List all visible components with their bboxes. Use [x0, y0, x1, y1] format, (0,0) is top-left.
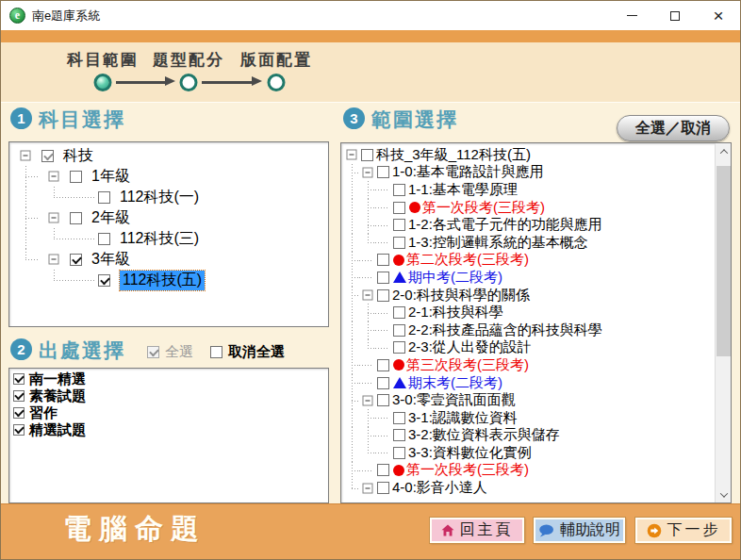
- expand-toggle-icon[interactable]: [21, 151, 31, 161]
- scrollbar-down-button[interactable]: [716, 486, 732, 502]
- expand-toggle-icon[interactable]: [49, 213, 59, 223]
- tree-node[interactable]: 1-2:各式電子元件的功能與應用: [343, 216, 713, 234]
- tree-checkbox[interactable]: [393, 237, 405, 249]
- scrollbar[interactable]: [715, 143, 731, 502]
- item-checkbox[interactable]: [13, 390, 25, 402]
- tree-node-label[interactable]: 3-3:資料數位化實例: [408, 444, 532, 462]
- tree-checkbox[interactable]: [70, 254, 82, 266]
- expand-toggle-icon[interactable]: [362, 395, 372, 405]
- tree-node[interactable]: 第一次段考(三段考): [343, 199, 713, 217]
- tree-node[interactable]: 2年級: [11, 207, 326, 228]
- tree-node[interactable]: 3-1:認識數位資料: [343, 409, 713, 427]
- tree-checkbox[interactable]: [41, 150, 54, 162]
- tree-node-label[interactable]: 112科技(五): [120, 271, 205, 290]
- tree-node-label[interactable]: 第三次段考(三段考): [406, 356, 529, 374]
- expand-toggle-icon[interactable]: [362, 290, 372, 301]
- next-button[interactable]: 下一步: [635, 518, 732, 543]
- tree-checkbox[interactable]: [377, 254, 389, 266]
- tree-node-label[interactable]: 2-0:科技與科學的關係: [392, 287, 530, 305]
- item-checkbox[interactable]: [13, 373, 25, 385]
- tree-node-label[interactable]: 1-3:控制邏輯系統的基本概念: [408, 234, 588, 252]
- tree-checkbox[interactable]: [393, 219, 405, 231]
- tree-node-label[interactable]: 第二次段考(三段考): [406, 251, 529, 269]
- tree-node[interactable]: 3-0:零壹資訊面面觀: [343, 391, 713, 409]
- tree-checkbox[interactable]: [377, 289, 389, 302]
- tree-node[interactable]: 112科技(三): [11, 228, 326, 249]
- tree-node[interactable]: 第二次段考(三段考): [343, 252, 713, 270]
- close-button[interactable]: ×: [697, 1, 740, 30]
- tree-node[interactable]: 期中考(二段考): [343, 269, 713, 287]
- item-checkbox[interactable]: [13, 424, 25, 436]
- tree-node[interactable]: 3-3:資料數位化實例: [343, 444, 713, 462]
- tree-node-label[interactable]: 112科技(三): [120, 229, 199, 249]
- tree-checkbox[interactable]: [393, 184, 405, 196]
- tree-node[interactable]: 科技_3年級_112科技(五): [343, 146, 713, 164]
- tree-node-label[interactable]: 3-1:認識數位資料: [408, 409, 518, 427]
- expand-toggle-icon[interactable]: [49, 255, 59, 265]
- tree-checkbox[interactable]: [393, 429, 405, 441]
- expand-toggle-icon[interactable]: [362, 483, 372, 493]
- tree-checkbox[interactable]: [70, 171, 82, 183]
- tree-node-label[interactable]: 3年級: [91, 250, 130, 270]
- tree-checkbox[interactable]: [361, 149, 373, 161]
- tree-node[interactable]: 第一次段考(三段考): [343, 462, 713, 480]
- tree-checkbox[interactable]: [393, 341, 405, 354]
- tree-checkbox[interactable]: [393, 447, 405, 459]
- tree-checkbox[interactable]: [377, 482, 389, 494]
- tree-node-label[interactable]: 期末考(二段考): [408, 374, 502, 392]
- tree-checkbox[interactable]: [393, 306, 405, 319]
- expand-toggle-icon[interactable]: [346, 150, 356, 160]
- tree-checkbox[interactable]: [393, 412, 405, 424]
- list-item[interactable]: 習作: [12, 404, 326, 421]
- item-checkbox[interactable]: [13, 407, 25, 419]
- tree-node[interactable]: 112科技(五): [11, 270, 326, 290]
- list-item[interactable]: 南一精選: [12, 371, 326, 387]
- tree-node[interactable]: 2-3:從人出發的設計: [343, 339, 713, 357]
- tree-node-label[interactable]: 3-0:零壹資訊面面觀: [392, 391, 516, 409]
- tree-checkbox[interactable]: [377, 377, 389, 389]
- tree-node-label[interactable]: 1-2:各式電子元件的功能與應用: [408, 216, 602, 234]
- tree-node-label[interactable]: 3-2:數位資料表示與儲存: [408, 426, 560, 444]
- select-all-checkbox[interactable]: 全選: [147, 343, 193, 361]
- tree-node-label[interactable]: 2-1:科技與科學: [408, 304, 503, 321]
- scrollbar-up-button[interactable]: [716, 143, 732, 159]
- tree-node[interactable]: 1年級: [11, 166, 326, 187]
- deselect-all-checkbox[interactable]: 取消全選: [210, 343, 285, 361]
- tree-checkbox[interactable]: [98, 191, 110, 204]
- tree-node-label[interactable]: 1年級: [91, 167, 130, 187]
- minimize-button[interactable]: [610, 1, 653, 30]
- tree-node[interactable]: 112科技(一): [11, 187, 326, 207]
- tree-checkbox[interactable]: [70, 212, 82, 224]
- tree-node[interactable]: 3-2:數位資料表示與儲存: [343, 427, 713, 445]
- tree-node-label[interactable]: 2年級: [91, 208, 130, 228]
- tree-checkbox[interactable]: [377, 359, 389, 371]
- step-circle[interactable]: [180, 74, 198, 91]
- tree-node-label[interactable]: 期中考(二段考): [408, 269, 502, 287]
- expand-toggle-icon[interactable]: [362, 167, 372, 177]
- tree-node-label[interactable]: 112科技(一): [120, 188, 199, 207]
- tree-node[interactable]: 2-2:科技產品蘊含的科技與科學: [343, 321, 713, 339]
- tree-checkbox[interactable]: [377, 394, 389, 406]
- tree-checkbox[interactable]: [377, 272, 389, 284]
- tree-node[interactable]: 科技: [11, 145, 326, 166]
- tree-node-label[interactable]: 科技_3年級_112科技(五): [376, 146, 531, 164]
- tree-node[interactable]: 1-1:基本電學原理: [343, 181, 713, 199]
- step-circle[interactable]: [94, 74, 112, 91]
- help-button[interactable]: 輔助說明: [534, 518, 625, 543]
- tree-node[interactable]: 1-0:基本電路設計與應用: [343, 164, 713, 182]
- tree-checkbox[interactable]: [393, 324, 405, 337]
- maximize-button[interactable]: [653, 1, 697, 30]
- tree-node-label[interactable]: 2-3:從人出發的設計: [408, 338, 532, 356]
- tree-checkbox[interactable]: [98, 233, 110, 245]
- tree-node[interactable]: 2-1:科技與科學: [343, 304, 713, 321]
- tree-checkbox[interactable]: [377, 166, 389, 178]
- tree-node[interactable]: 4-0:影音小達人: [343, 479, 713, 497]
- tree-node-label[interactable]: 科技: [63, 146, 93, 166]
- step-circle[interactable]: [268, 74, 286, 91]
- tree-node[interactable]: 第三次段考(三段考): [343, 356, 713, 374]
- tree-node-label[interactable]: 第一次段考(三段考): [406, 461, 529, 479]
- tree-node-label[interactable]: 1-0:基本電路設計與應用: [392, 163, 544, 181]
- tree-node-label[interactable]: 第一次段考(三段考): [422, 199, 545, 217]
- tree-checkbox[interactable]: [393, 202, 405, 214]
- tree-node-label[interactable]: 4-0:影音小達人: [392, 479, 487, 497]
